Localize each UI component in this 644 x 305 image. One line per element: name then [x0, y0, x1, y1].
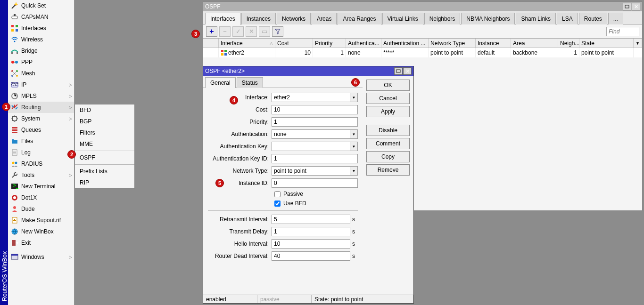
sidebar-item-routing[interactable]: Routing▷ [8, 102, 74, 113]
apply-button[interactable]: Apply [366, 106, 410, 117]
sidebar-item-dot1x[interactable]: Dot1X [8, 192, 74, 203]
retransmit-field[interactable] [272, 215, 350, 224]
usebfd-checkbox[interactable] [274, 201, 281, 207]
auth-field[interactable] [272, 129, 350, 139]
enable-button[interactable]: ✓ [232, 26, 244, 37]
ospf-tabs: InterfacesInstancesNetworksAreasArea Ran… [203, 11, 642, 24]
sidebar-item-tools[interactable]: Tools▷ [8, 169, 74, 181]
col-authentication-[interactable]: Authentication ... [381, 39, 429, 48]
sidebar-item-new-winbox[interactable]: New WinBox [8, 226, 74, 237]
tab-neighbors[interactable]: Neighbors [424, 13, 461, 24]
sidebar-item-radius[interactable]: RADIUS [8, 158, 74, 169]
tab-virtual-links[interactable]: Virtual Links [382, 13, 423, 24]
sidebar-item-capsman[interactable]: CAPsMAN [8, 11, 74, 23]
col-authentica-[interactable]: Authentica... [346, 39, 381, 48]
disable-button[interactable]: Disable [366, 125, 410, 136]
tab-routes[interactable]: Routes [579, 13, 607, 24]
col-network-type[interactable]: Network Type [429, 39, 476, 48]
transdelay-field[interactable] [272, 227, 350, 236]
sidebar-item-quick-set[interactable]: Quick Set [8, 0, 74, 11]
close-button[interactable]: ✕ [632, 3, 640, 10]
filter-button[interactable] [272, 26, 283, 37]
authkeyid-field[interactable] [272, 154, 358, 163]
comment-button[interactable]: ▭ [259, 26, 270, 37]
sidebar-item-interfaces[interactable]: Interfaces [8, 23, 74, 34]
interface-field[interactable] [272, 93, 350, 102]
grid-header[interactable]: Interface △CostPriorityAuthentica...Auth… [203, 39, 642, 48]
table-row[interactable]: ether2 10 1 none ***** point to point de… [203, 48, 642, 57]
cancel-button[interactable]: Cancel [366, 93, 410, 104]
tab-nbma-neighbors[interactable]: NBMA Neighbors [461, 13, 515, 24]
authkey-dropdown[interactable]: ▼ [350, 142, 358, 151]
ospf-titlebar[interactable]: OSPF ✕ [203, 2, 642, 11]
tab-sham-links[interactable]: Sham Links [516, 13, 556, 24]
col-state[interactable]: State [579, 39, 634, 48]
submenu-item-bgp[interactable]: BGP [75, 116, 134, 127]
chevron-right-icon: ▷ [69, 173, 72, 177]
col-instance[interactable]: Instance [476, 39, 511, 48]
dialog-tab-status[interactable]: Status [237, 77, 263, 88]
nettype-dropdown[interactable]: ▼ [350, 166, 358, 176]
sidebar-item-files[interactable]: Files [8, 136, 74, 147]
find-input[interactable] [606, 27, 639, 36]
copy-button[interactable]: Copy [366, 151, 410, 162]
sidebar-item-exit[interactable]: Exit [8, 237, 74, 249]
sidebar-label: IP [21, 81, 26, 88]
col-cost[interactable]: Cost [275, 39, 313, 48]
auth-dropdown[interactable]: ▼ [350, 129, 358, 139]
interface-dropdown[interactable]: ▼ [350, 93, 358, 102]
instanceid-field[interactable] [272, 178, 358, 188]
col-interface[interactable]: Interface △ [219, 39, 275, 48]
dead-field[interactable] [272, 251, 350, 261]
tab-lsa[interactable]: LSA [557, 13, 578, 24]
submenu-item-rip[interactable]: RIP [75, 177, 134, 188]
disable-button[interactable]: ✕ [246, 26, 257, 37]
hello-field[interactable] [272, 239, 350, 249]
sidebar-item-bridge[interactable]: Bridge [8, 45, 74, 56]
tab-interfaces[interactable]: Interfaces [205, 13, 240, 24]
submenu-item-filters[interactable]: Filters [75, 127, 134, 138]
col-area[interactable]: Area [511, 39, 558, 48]
sidebar-item-wireless[interactable]: Wireless [8, 34, 74, 45]
add-button[interactable]: + [206, 26, 217, 37]
sidebar-item-queues[interactable]: Queues [8, 124, 74, 136]
close-button[interactable]: ✕ [403, 67, 412, 75]
dialog-tab-general[interactable]: General [205, 77, 236, 88]
priority-field[interactable] [272, 117, 358, 127]
tab-networks[interactable]: Networks [277, 13, 311, 24]
passive-checkbox[interactable] [274, 191, 281, 197]
sidebar-item-dude[interactable]: Dude [8, 203, 74, 215]
sidebar-item-ppp[interactable]: PPP [8, 56, 74, 68]
submenu-item-bfd[interactable]: BFD [75, 104, 134, 116]
col-priority[interactable]: Priority [313, 39, 346, 48]
tab-areas[interactable]: Areas [312, 13, 337, 24]
authkey-field[interactable] [272, 142, 350, 151]
sidebar-item-mpls[interactable]: MPLS▷ [8, 90, 74, 102]
sidebar-item-ip[interactable]: 255IP▷ [8, 79, 74, 90]
remove-button[interactable]: − [219, 26, 231, 37]
col-neigh-[interactable]: Neigh... [558, 39, 579, 48]
submenu-item-ospf[interactable]: OSPF [75, 152, 134, 163]
wand-icon [11, 2, 18, 9]
tab-instances[interactable]: Instances [241, 13, 276, 24]
comment-button[interactable]: Comment [366, 138, 410, 149]
nettype-field[interactable] [272, 166, 350, 176]
sidebar-item-windows[interactable]: Windows ▷ [8, 251, 74, 263]
col-menu[interactable]: ▼ [634, 39, 642, 48]
remove-button[interactable]: Remove [366, 164, 410, 176]
cost-field[interactable] [272, 105, 358, 114]
submenu-item-prefix-lists[interactable]: Prefix Lists [75, 166, 134, 177]
submenu-item-mme[interactable]: MME [75, 138, 134, 150]
sidebar-item-new-terminal[interactable]: >_New Terminal [8, 181, 74, 192]
dialog-titlebar[interactable]: OSPF <ether2> ✕ [203, 66, 413, 76]
minimize-button[interactable] [394, 67, 403, 75]
tab-area-ranges[interactable]: Area Ranges [338, 13, 381, 24]
sidebar-item-mesh[interactable]: Mesh [8, 68, 74, 79]
svg-point-30 [13, 206, 16, 209]
sidebar-item-make-supout-rif[interactable]: Make Supout.rif [8, 215, 74, 226]
ok-button[interactable]: OK [366, 80, 410, 91]
sidebar-item-log[interactable]: Log [8, 147, 74, 158]
sidebar-item-system[interactable]: System▷ [8, 113, 74, 124]
tab--[interactable]: ... [608, 13, 623, 24]
minimize-button[interactable] [623, 3, 631, 10]
